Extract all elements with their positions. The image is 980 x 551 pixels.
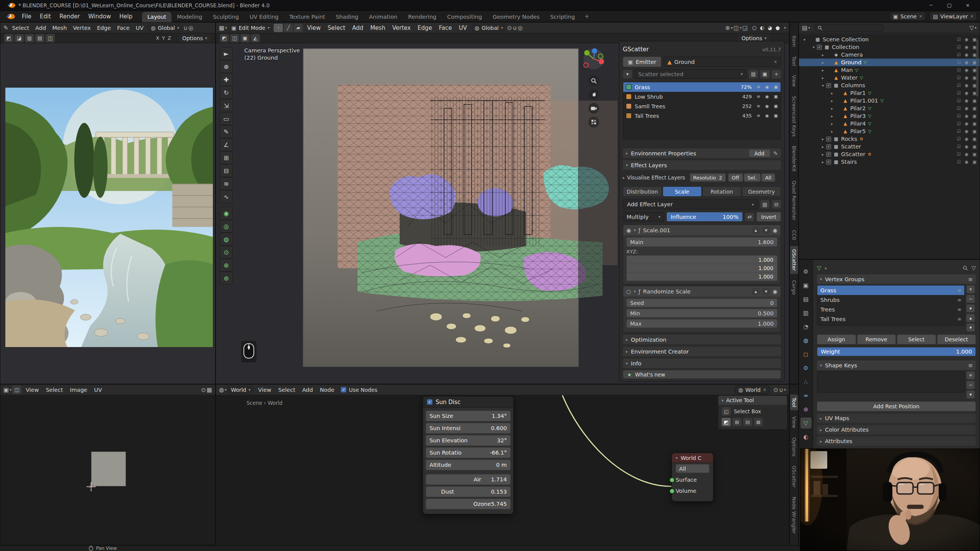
properties-tab[interactable]: ∴ [800, 376, 812, 387]
expander-icon[interactable]: ▸ [829, 91, 835, 95]
viewport-tool-button[interactable]: ▭ [220, 112, 233, 125]
sidebar-tab[interactable]: Node Wrangler [790, 494, 798, 537]
node-input-row[interactable]: Volume [672, 485, 713, 496]
vertex-groups-header[interactable]: ▾ Vertex Groups ≡ [817, 274, 976, 284]
shading-mode-icon[interactable]: ○ [752, 25, 756, 31]
snap-magnet-icon[interactable]: ∪ [513, 24, 517, 31]
vertex-select-mode-icon[interactable]: · [274, 24, 283, 32]
shape-keys-list[interactable] [817, 371, 965, 393]
viewport-menu[interactable]: Vertex [70, 22, 94, 34]
emitter-button[interactable]: ▣Emitter [623, 57, 661, 67]
info-link-button[interactable]: ◉ Help & Support [623, 381, 781, 381]
selectable-icon[interactable]: ☑ [957, 90, 961, 96]
viewport-menu[interactable]: UV [132, 22, 147, 34]
add-system-icon[interactable]: + [772, 70, 781, 78]
system-viewport-icon[interactable]: ◉ [765, 104, 769, 109]
vertex-group-row[interactable]: Trees ≡ [817, 305, 964, 314]
outliner-editor-icon[interactable]: ▤ [802, 24, 807, 31]
info-header[interactable]: ▾Info [623, 359, 781, 368]
viewport-menu[interactable]: Select [9, 22, 33, 34]
scatter-system-row[interactable]: Tall Trees 435 ≡ ◉ ▣ [623, 111, 781, 121]
topbar-menu[interactable]: Render [55, 11, 84, 22]
emitter-object-field[interactable]: ▲ Ground × [663, 57, 781, 67]
viewport-tool-button[interactable]: ≋ [220, 177, 233, 190]
properties-tab[interactable]: ◍ [800, 335, 812, 346]
properties-tab[interactable]: ◐ [800, 431, 812, 442]
shader-menu[interactable]: Add [299, 384, 316, 396]
workspace-tab[interactable]: UV Editing [244, 12, 284, 22]
outliner-row[interactable]: ▾ ✓ ▦ Collection ☑ ◉ ▣ [799, 43, 980, 51]
main-scale-slider[interactable]: Main 1.600 [626, 237, 777, 247]
pin-icon[interactable]: ⊙ [773, 386, 778, 393]
viewport-menu[interactable]: Vertex [389, 22, 414, 34]
select-subtract-icon[interactable]: ⊟ [743, 418, 752, 426]
properties-tab[interactable]: ⚙ [800, 266, 812, 277]
shading-mode-icon[interactable]: ◕ [768, 25, 772, 31]
sidebar-tab[interactable]: View [790, 72, 798, 90]
overlays-icon[interactable]: ◫ [733, 24, 739, 31]
add-vertex-group-button[interactable]: + [966, 285, 975, 293]
outliner-row[interactable]: ▸ ✓ ▲ Pilar4 ▽ ☑ ◉ ▣ [799, 120, 980, 127]
properties-tab[interactable]: ▣ [800, 280, 812, 291]
vertex-group-action-button[interactable]: Remove [857, 334, 896, 344]
proportional-icon[interactable]: ◎ [188, 24, 193, 31]
hide-viewport-icon[interactable]: ◉ [965, 106, 969, 111]
selectable-icon[interactable]: ☑ [957, 60, 961, 65]
viewport-menu[interactable]: Select [324, 22, 349, 34]
orientation-dropdown[interactable]: ◍ Global▾ [471, 23, 506, 32]
node-input-row[interactable]: All [672, 463, 713, 474]
topbar-menu[interactable]: Help [115, 11, 137, 22]
effect-delete-icon[interactable]: ⊟ [772, 200, 781, 209]
outliner-row[interactable]: ▸ ✓ ▦ Stairs ☑ ◉ ▣ [799, 158, 980, 166]
scatter-system-row[interactable]: Samll Trees 252 ≡ ◉ ▣ [623, 101, 781, 111]
disable-render-icon[interactable]: ▣ [972, 106, 977, 111]
sidebar-tab[interactable]: Item [790, 33, 798, 50]
sidebar-tab[interactable]: Options [790, 434, 798, 460]
mode-dropdown[interactable]: ▣ Edit Mode▾ [228, 23, 273, 32]
outliner-row[interactable]: ▸ ✓ ▲ Pilar1.001 ▽ ☑ ◉ ▣ [799, 97, 980, 104]
properties-tab[interactable]: ⊛ [800, 404, 812, 415]
visualise-mode-button[interactable]: All [761, 173, 775, 182]
viewport-menu[interactable]: Add [349, 22, 367, 34]
sidebar-tab[interactable]: Tool [790, 395, 798, 410]
expander-icon[interactable]: ▸ [829, 129, 835, 134]
xyz-value-field[interactable]: 1.000 [627, 264, 777, 272]
expander-icon[interactable]: ▸ [829, 114, 835, 118]
properties-tab[interactable]: ◻ [800, 349, 812, 360]
effect-move-up-icon[interactable]: ▴ [752, 227, 760, 234]
disable-render-icon[interactable]: ▣ [972, 144, 977, 149]
hide-viewport-icon[interactable]: ◉ [965, 60, 969, 65]
workspace-tab[interactable]: Shading [330, 12, 364, 22]
blender-menu-icon[interactable] [5, 13, 15, 20]
system-link-icon[interactable]: ≡ [757, 94, 760, 99]
viewlayer-clear-icon[interactable]: × [970, 14, 973, 18]
preset-dropdown-icon[interactable]: ▾ [623, 70, 632, 78]
system-viewport-icon[interactable]: ◉ [765, 113, 769, 118]
selectable-icon[interactable]: ☑ [957, 67, 961, 73]
collection-checkbox[interactable]: ✓ [826, 144, 831, 149]
viewport-menu[interactable]: Edge [94, 22, 114, 34]
selectable-icon[interactable]: ☑ [957, 98, 961, 103]
viewport-tool-button[interactable]: ⊕ [220, 60, 233, 73]
outliner-row[interactable]: ▸ ✓ ▲ Pilar1 ▽ ☑ ◉ ▣ [799, 89, 980, 97]
effect-list-icon[interactable]: ▤ [760, 200, 769, 209]
viewport-menu[interactable]: Face [114, 22, 133, 34]
effect-move-up-icon[interactable]: ▴ [752, 288, 760, 295]
viewport-tool-button[interactable]: ∠ [220, 138, 233, 151]
image-editor-menu[interactable]: UV [91, 384, 106, 396]
shader-editor-icon[interactable]: ◍ [219, 386, 224, 393]
expander-icon[interactable]: ▾ [810, 45, 817, 49]
properties-tab[interactable]: ◔ [800, 321, 812, 332]
hide-viewport-icon[interactable]: ◉ [965, 67, 969, 73]
topbar-menu[interactable]: Edit [36, 11, 55, 22]
sidebar-tab[interactable]: BlenderKit [790, 143, 798, 175]
hide-viewport-icon[interactable]: ◉ [965, 152, 969, 157]
shape-key-specials-button[interactable]: ▾ [966, 390, 975, 399]
vertex-group-specials-button[interactable]: ▾ [966, 304, 975, 313]
effect-category-tab[interactable]: Geometry [742, 186, 781, 197]
select-new-icon[interactable]: ◩ [722, 418, 731, 426]
gscatter-tool-button[interactable]: ⊛ [220, 259, 233, 272]
info-link-button[interactable]: ★ What's new [623, 370, 781, 379]
active-tool-row[interactable]: ◱ Select Box [718, 405, 787, 418]
outliner-row[interactable]: ▸ ✓ ▲ Ground ▽ ☑ ◉ ▣ [799, 59, 980, 66]
